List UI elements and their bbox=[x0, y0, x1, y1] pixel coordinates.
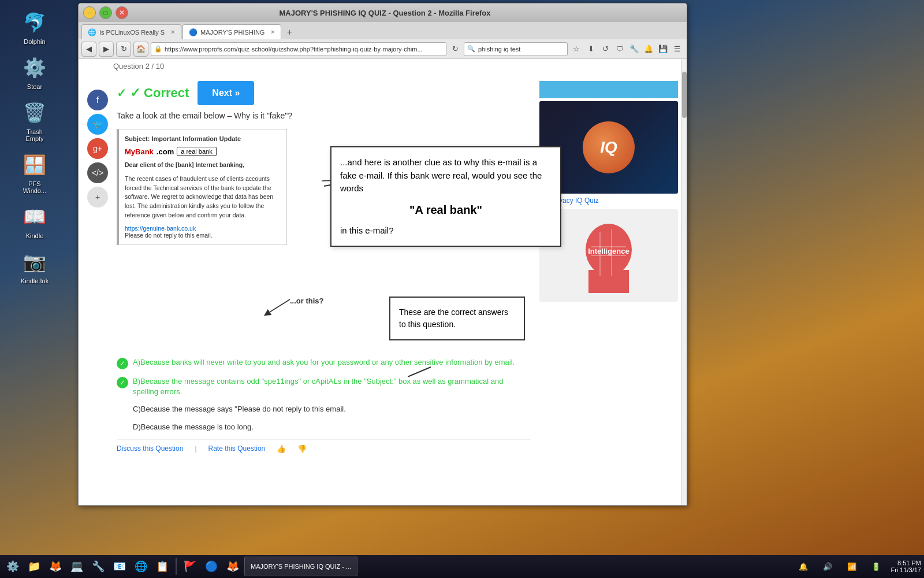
minimize-button[interactable]: – bbox=[83, 6, 96, 19]
maximize-button[interactable]: □ bbox=[99, 6, 112, 19]
correct-banner: ✓ ✓ Correct Next » bbox=[117, 81, 531, 105]
dolphin-icon-img: 🐬 bbox=[21, 9, 49, 36]
save-icon[interactable]: 💾 bbox=[657, 43, 669, 55]
quiz-content-area: Subject: Important Information Update My… bbox=[117, 129, 531, 349]
search-bar[interactable]: 🔍 phishing iq test bbox=[464, 42, 568, 56]
svg-text:Intelligence: Intelligence bbox=[588, 247, 629, 255]
answer-a: ✓ A)Because banks will never write to yo… bbox=[117, 357, 531, 369]
reload-button[interactable]: ↻ bbox=[116, 42, 131, 57]
dislike-icon[interactable]: 👎 bbox=[297, 444, 307, 453]
correct-text: ✓ ✓ Correct bbox=[117, 86, 189, 101]
nav-bar: ◀ ▶ ↻ 🏠 🔒 https://www.proprofs.com/quiz-… bbox=[79, 39, 687, 59]
answer-d: D)Because the message is too long. bbox=[117, 422, 531, 432]
dolphin-label: Dolphin bbox=[24, 38, 45, 45]
taskbar-firefox[interactable]: 🦊 bbox=[46, 557, 65, 576]
menu-icon[interactable]: ☰ bbox=[671, 43, 684, 55]
address-bar[interactable]: 🔒 https://www.proprofs.com/quiz-school/q… bbox=[151, 42, 446, 56]
discuss-link[interactable]: Discuss this Question bbox=[117, 444, 183, 453]
tab-close-1[interactable]: ✕ bbox=[170, 29, 175, 35]
kindle-icon[interactable]: 📖 Kindle bbox=[12, 200, 58, 242]
svg-rect-6 bbox=[588, 270, 629, 293]
tab-bar: 🌐 Is PCLinuxOS Really S ✕ 🔵 MAJORY'S PHI… bbox=[79, 22, 687, 39]
pfs-icon-img: 🪟 bbox=[21, 151, 49, 179]
taskbar-unknown1[interactable]: 🌐 bbox=[131, 557, 151, 576]
trash-icon-img: 🗑️ bbox=[21, 99, 49, 127]
kindle-ink-icon[interactable]: 📷 Kindle.Ink bbox=[12, 245, 58, 287]
forward-button[interactable]: ▶ bbox=[99, 42, 114, 57]
or-this-label: ...or this? bbox=[290, 297, 324, 305]
quiz-area: f 🐦 g+ </> + ✓ ✓ Correct Next » bbox=[79, 75, 687, 459]
desktop-icons-area: 🐬 Dolphin ⚙️ Stear 🗑️ TrashEmpty 🪟 PFSWi… bbox=[0, 0, 69, 520]
answer-c-text: C)Because the message says "Please do no… bbox=[133, 404, 346, 414]
facebook-share-button[interactable]: f bbox=[87, 90, 108, 110]
search-text: phishing iq test bbox=[478, 46, 520, 53]
question-number: Question 2 / 10 bbox=[113, 62, 678, 71]
taskbar-file-manager[interactable]: 📁 bbox=[24, 557, 44, 576]
email-body-text: The recent cases of fraudulent use of cl… bbox=[125, 175, 281, 220]
more-share-button[interactable]: + bbox=[87, 187, 108, 208]
clue-popup-box: ...and here is another clue as to why th… bbox=[330, 146, 561, 247]
taskbar-tray-icon2[interactable]: 🔊 bbox=[818, 557, 837, 576]
taskbar-active-app[interactable]: MAJORY'S PHISHING IQ QUIZ - ... bbox=[244, 557, 357, 576]
tab-phishing[interactable]: 🔵 MAJORY'S PHISHING ✕ bbox=[182, 24, 281, 39]
taskbar-email[interactable]: 📧 bbox=[110, 557, 129, 576]
taskbar-tray-icon3[interactable]: 📶 bbox=[842, 557, 862, 576]
steam-label: Stear bbox=[27, 83, 42, 90]
trash-icon[interactable]: 🗑️ TrashEmpty bbox=[12, 96, 58, 145]
email-salutation-text: Dear client of the [bank] Internet banki… bbox=[125, 161, 244, 168]
download-icon[interactable]: ⬇ bbox=[584, 43, 597, 55]
answer-b-icon: ✓ bbox=[117, 377, 128, 388]
tab-close-2[interactable]: ✕ bbox=[270, 29, 275, 35]
extension-icon[interactable]: 🔧 bbox=[628, 43, 640, 55]
rate-link[interactable]: Rate this Question bbox=[208, 444, 266, 453]
tab-pclinuxos[interactable]: 🌐 Is PCLinuxOS Really S ✕ bbox=[81, 24, 181, 39]
title-bar: – □ ✕ MAJORY'S PHISHING IQ QUIZ - Questi… bbox=[79, 3, 687, 22]
taskbar-tray-icon4[interactable]: 🔋 bbox=[866, 557, 886, 576]
taskbar-clock: 8:51 PM Fri 11/3/17 bbox=[891, 560, 921, 573]
footer-separator: | bbox=[195, 444, 196, 453]
refresh-icon[interactable]: ↻ bbox=[449, 43, 461, 55]
answer-b: ✓ B)Because the message contains odd "sp… bbox=[117, 376, 531, 397]
pfs-icon[interactable]: 🪟 PFSWindo... bbox=[12, 148, 58, 197]
close-button[interactable]: ✕ bbox=[116, 6, 128, 19]
taskbar-terminal[interactable]: 💻 bbox=[67, 557, 87, 576]
next-button[interactable]: Next » bbox=[198, 81, 254, 105]
steam-icon[interactable]: ⚙️ Stear bbox=[12, 51, 58, 93]
new-tab-button[interactable]: + bbox=[282, 25, 296, 39]
home-button[interactable]: 🏠 bbox=[133, 42, 148, 57]
popup-quote: "A real bank" bbox=[340, 201, 552, 218]
like-icon[interactable]: 👍 bbox=[277, 444, 286, 453]
taskbar-unknown2[interactable]: 📋 bbox=[152, 557, 172, 576]
speaker-icon[interactable]: 🔔 bbox=[642, 43, 655, 55]
dolphin-icon[interactable]: 🐬 Dolphin bbox=[12, 6, 58, 48]
right-sidebar: IQ My Privacy IQ Quiz bbox=[539, 81, 678, 453]
steam-icon-img: ⚙️ bbox=[21, 54, 49, 81]
taskbar-firefox2[interactable]: 🦊 bbox=[223, 557, 243, 576]
ad-placeholder bbox=[539, 81, 678, 98]
answer-c: C)Because the message says "Please do no… bbox=[117, 404, 531, 414]
taskbar-tray-icon1[interactable]: 🔔 bbox=[793, 557, 813, 576]
taskbar-unknown3[interactable]: 🚩 bbox=[180, 557, 200, 576]
correct-answers-box: These are the correct answers to this qu… bbox=[389, 297, 525, 340]
intelligence-figure: Intelligence bbox=[580, 218, 638, 293]
scrollbar-thumb[interactable] bbox=[682, 72, 687, 118]
window-title: MAJORY'S PHISHING IQ QUIZ - Question 2 -… bbox=[134, 9, 636, 17]
embed-button[interactable]: </> bbox=[87, 162, 108, 183]
taskbar: ⚙️ 📁 🦊 💻 🔧 📧 🌐 📋 🚩 🔵 🦊 MAJORY'S PHISHING… bbox=[0, 555, 924, 578]
question-text: Take a look at the email below – Why is … bbox=[117, 111, 531, 120]
email-link[interactable]: https://genuine-bank.co.uk bbox=[125, 225, 281, 232]
taskbar-settings[interactable]: 🔧 bbox=[88, 557, 108, 576]
security-icon[interactable]: 🛡 bbox=[613, 43, 626, 55]
scrollbar[interactable] bbox=[681, 59, 687, 505]
answer-b-text: B)Because the message contains odd "spe1… bbox=[133, 376, 531, 397]
refresh2-icon[interactable]: ↺ bbox=[599, 43, 612, 55]
tab-label-2: MAJORY'S PHISHING bbox=[200, 29, 264, 36]
bank-label: a real bank bbox=[177, 147, 216, 156]
taskbar-show-desktop[interactable]: ⚙️ bbox=[3, 557, 23, 576]
twitter-share-button[interactable]: 🐦 bbox=[87, 114, 108, 135]
google-share-button[interactable]: g+ bbox=[87, 138, 108, 159]
taskbar-unknown4[interactable]: 🔵 bbox=[202, 557, 221, 576]
back-button[interactable]: ◀ bbox=[81, 42, 96, 57]
bookmark-icon[interactable]: ☆ bbox=[570, 43, 583, 55]
email-footer: Please do not reply to this email. bbox=[125, 232, 281, 239]
